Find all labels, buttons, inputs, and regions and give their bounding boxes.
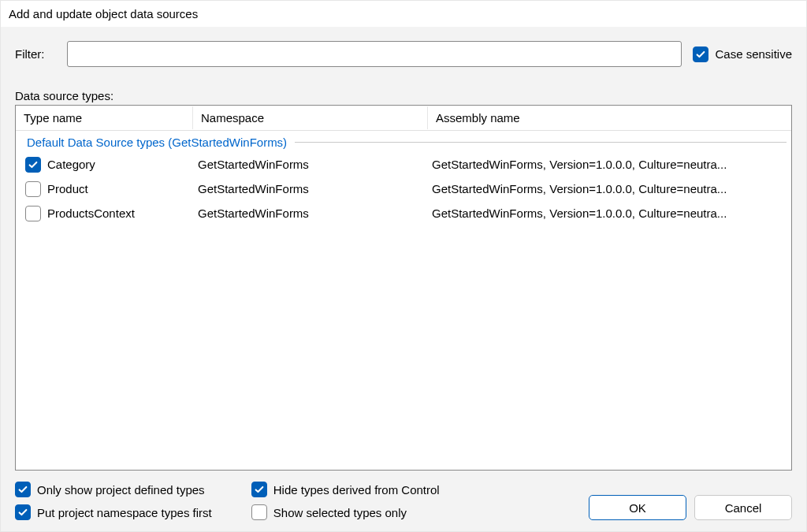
show-selected-only-checkbox[interactable]: Show selected types only — [251, 504, 440, 520]
ok-button[interactable]: OK — [589, 495, 686, 520]
types-list: Type name Namespace Assembly name Defaul… — [15, 105, 792, 471]
dialog-title: Add and update object data sources — [9, 7, 198, 20]
row-namespace: GetStartedWinForms — [198, 206, 432, 220]
only-project-types-label: Only show project defined types — [37, 483, 205, 497]
list-header: Type name Namespace Assembly name — [16, 106, 791, 131]
only-project-types-checkbox[interactable]: Only show project defined types — [15, 482, 212, 497]
list-row[interactable]: Product GetStartedWinForms GetStartedWin… — [20, 177, 787, 201]
cancel-button-label: Cancel — [725, 501, 762, 515]
hide-derived-control-label: Hide types derived from Control — [273, 483, 440, 497]
data-source-types-label: Data source types: — [15, 89, 792, 102]
row-type-name: Category — [44, 158, 198, 171]
list-body: Default Data Source types (GetStartedWin… — [16, 131, 791, 470]
list-row[interactable]: Category GetStartedWinForms GetStartedWi… — [20, 152, 787, 177]
filter-input[interactable] — [67, 41, 682, 67]
case-sensitive-checkbox[interactable]: Case sensitive — [693, 47, 792, 62]
row-assembly: GetStartedWinForms, Version=1.0.0.0, Cul… — [432, 158, 787, 171]
put-namespace-first-checkbox[interactable]: Put project namespace types first — [15, 504, 212, 520]
dialog-buttons: OK Cancel — [589, 495, 792, 520]
put-namespace-first-label: Put project namespace types first — [37, 506, 212, 519]
checkmark-icon — [15, 504, 31, 520]
column-header-assembly[interactable]: Assembly name — [428, 106, 791, 129]
group-divider-line — [295, 142, 787, 143]
row-assembly: GetStartedWinForms, Version=1.0.0.0, Cul… — [432, 206, 787, 220]
checkmark-icon — [251, 482, 267, 497]
options-column-mid: Hide types derived from Control Show sel… — [251, 482, 440, 520]
filter-label: Filter: — [15, 47, 56, 61]
group-header[interactable]: Default Data Source types (GetStartedWin… — [20, 134, 787, 151]
filter-row: Filter: Case sensitive — [15, 41, 792, 67]
cancel-button[interactable]: Cancel — [694, 495, 792, 520]
case-sensitive-label: Case sensitive — [715, 47, 792, 61]
row-type-name: Product — [44, 182, 198, 195]
bottom-options: Only show project defined types Put proj… — [15, 482, 792, 520]
row-type-name: ProductsContext — [44, 206, 198, 220]
list-row[interactable]: ProductsContext GetStartedWinForms GetSt… — [20, 201, 787, 225]
options-column-left: Only show project defined types Put proj… — [15, 482, 212, 520]
dialog-root: Add and update object data sources Filte… — [0, 0, 807, 532]
content-area: Filter: Case sensitive Data source types… — [1, 27, 806, 531]
row-checkbox[interactable] — [25, 181, 41, 197]
ok-button-label: OK — [629, 501, 646, 515]
row-assembly: GetStartedWinForms, Version=1.0.0.0, Cul… — [432, 182, 787, 195]
title-bar: Add and update object data sources — [1, 1, 806, 27]
row-namespace: GetStartedWinForms — [198, 182, 432, 195]
show-selected-only-label: Show selected types only — [273, 506, 407, 519]
checkbox-empty-icon — [251, 504, 267, 520]
group-title: Default Data Source types (GetStartedWin… — [27, 136, 287, 149]
row-checkbox[interactable] — [25, 157, 41, 173]
hide-derived-control-checkbox[interactable]: Hide types derived from Control — [251, 482, 440, 497]
checkmark-icon — [15, 482, 31, 497]
row-checkbox[interactable] — [25, 206, 41, 221]
column-header-type[interactable]: Type name — [16, 106, 193, 129]
checkmark-icon — [693, 47, 708, 62]
row-namespace: GetStartedWinForms — [198, 158, 432, 171]
column-header-namespace[interactable]: Namespace — [193, 106, 428, 129]
